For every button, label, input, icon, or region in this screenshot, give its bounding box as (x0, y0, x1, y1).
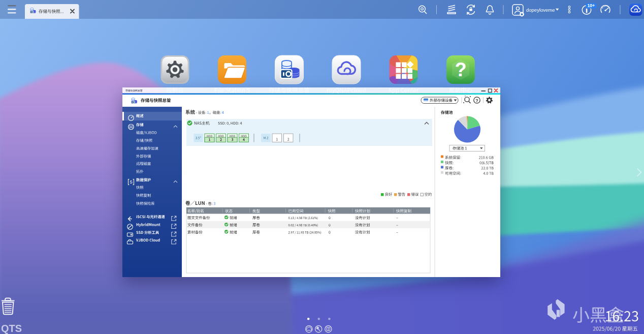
svg-text:S: S (130, 179, 133, 185)
svg-text:?: ? (475, 98, 478, 103)
svg-text:dopeyloveme: dopeyloveme (526, 7, 555, 13)
svg-text:QTS: QTS (1, 323, 22, 334)
